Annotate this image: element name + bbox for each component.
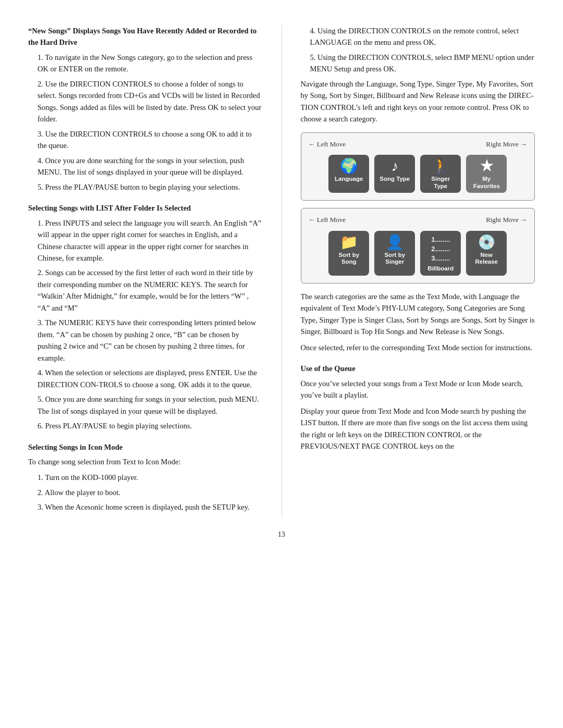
diagram2: ← Left Move Right Move → 📁 Sort bySong 👤…	[301, 208, 535, 283]
billboard-label: Billboard	[427, 265, 454, 273]
use-queue-paragraph1: Once you’ve selected your songs from a T…	[301, 378, 535, 401]
section1-item4: 4. Once you are done searching for the s…	[38, 155, 263, 178]
section2-item1: 1. Press INPUTS and select the language …	[38, 217, 263, 264]
language-icon: 🌍	[340, 159, 358, 174]
language-icon-btn: 🌍 Language	[328, 155, 369, 193]
sort-singer-icon: 👤	[386, 235, 404, 250]
song-type-label: Song Type	[380, 176, 410, 183]
song-type-icon-btn: ♪ Song Type	[374, 155, 415, 193]
diagram1-icon-row: 🌍 Language ♪ Song Type 🚶 SingerType ★ My…	[309, 155, 528, 193]
diagram2-right-label: Right Move →	[486, 215, 527, 225]
sort-singer-label: Sort bySinger	[384, 252, 405, 266]
right-column: 4. Using the DIRECTION CONTROLS on the r…	[301, 25, 535, 516]
diagram2-left-label: ← Left Move	[309, 215, 346, 225]
singer-type-icon: 🚶	[432, 159, 450, 174]
sort-by-singer-icon-btn: 👤 Sort bySinger	[374, 231, 415, 276]
new-release-icon-btn: 💿 NewRelease	[466, 231, 507, 276]
song-type-icon: ♪	[391, 159, 398, 174]
diagram2-icon-row: 📁 Sort bySong 👤 Sort bySinger 1........2…	[309, 231, 528, 276]
section1-title: “New Songs” Displays Songs You Have Rece…	[28, 25, 263, 48]
right-paragraph2: The search categories are the same as th…	[301, 291, 535, 338]
section1-item5: 5. Press the PLAY/PAUSE button to begin …	[38, 181, 263, 193]
right-paragraph1: Navigate through the Language, Song Type…	[301, 78, 535, 125]
diagram1: ← Left Move Right Move → 🌍 Language ♪ So…	[301, 132, 535, 201]
diagram1-left-label: ← Left Move	[309, 139, 346, 150]
singer-type-label: SingerType	[431, 176, 450, 190]
section3-item2: 2. Allow the player to boot.	[38, 487, 263, 498]
section2-item6: 6. Press PLAY/PAUSE to begin playing sel…	[38, 420, 263, 431]
sort-by-song-icon-btn: 📁 Sort bySong	[328, 231, 369, 276]
right-paragraph3: Once selected, refer to the correspondin…	[301, 342, 535, 353]
column-divider	[282, 25, 282, 516]
section2-item5: 5. Once you are done searching for songs…	[38, 393, 263, 417]
section3-item3: 3. When the Acesonic home screen is disp…	[38, 501, 263, 513]
section2-item3: 3. The NUMERIC KEYS have their correspon…	[38, 317, 263, 364]
section3-intro: To change song selection from Text to Ic…	[28, 456, 263, 467]
section1-item3: 3. Use the DIRECTION CONTROLS to choose …	[38, 128, 263, 152]
billboard-icon: 1........2........3........	[431, 235, 450, 264]
sort-song-icon: 📁	[340, 235, 358, 250]
page-layout: “New Songs” Displays Songs You Have Rece…	[28, 25, 535, 516]
section3-title: Selecting Songs in Icon Mode	[28, 441, 263, 453]
right-intro-item2: 5. Using the DIRECTION CONTROLS, select …	[310, 52, 535, 75]
my-favorites-label: MyFavorites	[473, 176, 500, 190]
left-column: “New Songs” Displays Songs You Have Rece…	[28, 25, 263, 516]
diagram1-header: ← Left Move Right Move →	[309, 139, 528, 150]
sort-song-label: Sort bySong	[338, 252, 359, 266]
singer-type-icon-btn: 🚶 SingerType	[420, 155, 461, 193]
new-release-label: NewRelease	[475, 252, 498, 266]
section1-item2: 2. Use the DIRECTION CONTROLS to choose …	[38, 78, 263, 125]
new-release-icon: 💿	[478, 235, 496, 250]
diagram2-header: ← Left Move Right Move →	[309, 215, 528, 225]
right-intro-item1: 4. Using the DIRECTION CONTROLS on the r…	[310, 25, 535, 48]
section3-item1: 1. Turn on the KOD-1000 player.	[38, 472, 263, 483]
use-queue-title: Use of the Queue	[301, 363, 535, 374]
diagram1-right-label: Right Move →	[486, 139, 527, 150]
section2-title: Selecting Songs with LIST After Folder I…	[28, 202, 263, 214]
language-label: Language	[335, 176, 363, 183]
billboard-icon-btn: 1........2........3........ Billboard	[420, 231, 461, 276]
page-number: 13	[28, 529, 535, 540]
section2-item4: 4. When the selection or selections are …	[38, 367, 263, 390]
favorites-icon: ★	[480, 159, 493, 174]
use-queue-paragraph2: Display your queue from Text Mode and Ic…	[301, 405, 535, 452]
section1-item1: 1. To navigate in the New Songs category…	[38, 52, 263, 75]
section2-item2: 2. Songs can be accessed by the first le…	[38, 267, 263, 314]
my-favorites-icon-btn: ★ MyFavorites	[466, 155, 507, 193]
